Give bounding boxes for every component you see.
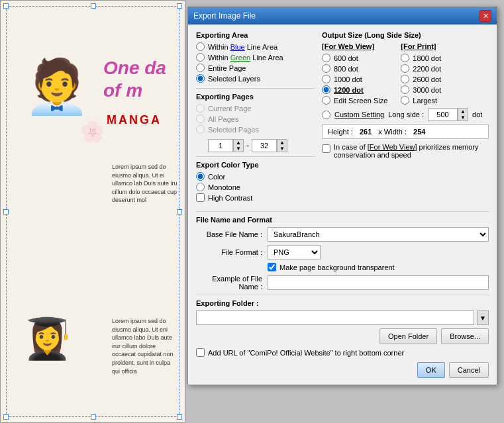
page-range-separator: - (246, 141, 249, 150)
page-from-up[interactable]: ▲ (234, 140, 243, 146)
radio-2200dot[interactable]: 2200 dot (401, 64, 441, 73)
blue-label: Blue (230, 43, 245, 51)
base-file-label: Base File Name : (196, 230, 262, 238)
radio-high-contrast[interactable]: High Contrast (196, 193, 315, 202)
handle-bl[interactable] (3, 414, 9, 420)
folder-buttons: Open Folder Browse... (196, 328, 489, 344)
dialog-titlebar: Export Image File ✕ (188, 7, 497, 24)
folder-label: Exporting Folder : (196, 299, 489, 307)
manga-label: MANGA (107, 113, 162, 127)
file-format-dropdown[interactable]: PNG JPEG BMP TIFF (268, 245, 321, 259)
radio-1800dot[interactable]: 1800 dot (401, 54, 441, 62)
radio-1200dot[interactable]: 1200 dot (322, 85, 387, 94)
page-to-up[interactable]: ▲ (277, 140, 287, 146)
base-file-dropdown[interactable]: SakuraBranch (268, 227, 489, 242)
long-side-down[interactable]: ▼ (458, 115, 468, 120)
green-label: Green (230, 54, 251, 62)
example-label: Example of File Name : (196, 275, 262, 291)
file-format-label: File Format : (196, 248, 262, 256)
output-size-columns: [For Web View] 600 dot 800 dot 1000 dot (322, 42, 489, 105)
memory-label: In case of [For Web View] prioritizes me… (334, 143, 489, 159)
bottom-buttons: OK Cancel (196, 362, 489, 378)
manga-background: 🧑‍💼 One daof m MANGA Lorem ipsum sed do … (0, 0, 185, 423)
transparent-checkbox[interactable] (268, 263, 276, 271)
folder-path-row: E:\OneMangaDay\site\ ▼ (196, 310, 489, 325)
x-label: x Width : (378, 128, 407, 136)
radio-entire-page[interactable]: Entire Page (196, 64, 315, 72)
radio-selected-pages[interactable]: Selected Pages (196, 125, 315, 134)
page-to-input[interactable] (252, 139, 277, 152)
export-color-title: Export Color Type (196, 161, 315, 169)
folder-dropdown-btn[interactable]: ▼ (477, 310, 489, 325)
page-from-input[interactable] (208, 139, 233, 152)
right-column: Output Size (Long Side Size) [For Web Vi… (322, 31, 489, 207)
handle-tr[interactable] (177, 3, 182, 9)
memory-info: In case of [For Web View] prioritizes me… (322, 143, 489, 159)
base-file-name-row: Base File Name : SakuraBranch (196, 227, 489, 242)
file-format-row: File Format : PNG JPEG BMP TIFF (196, 245, 489, 259)
width-value: 254 (409, 128, 429, 136)
url-checkbox[interactable] (196, 348, 205, 357)
print-column: [For Print] 1800 dot 2200 dot 2600 dot (401, 42, 441, 105)
export-color-group: Color Monotone High Contrast (196, 172, 315, 202)
height-label: Height : (328, 128, 353, 136)
exporting-area-group: Within Blue Line Area Within Green Line … (196, 42, 315, 83)
radio-current-page[interactable]: Current Page (196, 104, 315, 113)
sakura-decoration: 🌸 (80, 120, 105, 143)
exporting-pages-group: Current Page All Pages Selected Pages (196, 104, 315, 134)
long-side-spinner[interactable]: ▲ ▼ (428, 108, 468, 121)
height-value: 261 (356, 128, 376, 136)
radio-custom[interactable] (322, 111, 330, 119)
radio-3000dot[interactable]: 3000 dot (401, 85, 441, 94)
close-button[interactable]: ✕ (479, 10, 491, 22)
dialog-title: Export Image File (193, 11, 256, 21)
page-to-down[interactable]: ▼ (277, 146, 287, 152)
radio-largest[interactable]: Largest (401, 96, 441, 105)
output-size-title: Output Size (Long Side Size) (322, 31, 489, 39)
url-label: Add URL of "ComiPo! Official Website" to… (208, 349, 404, 357)
example-input[interactable]: SakuraBranch.png (268, 275, 489, 290)
radio-selected-layers[interactable]: Selected Layers (196, 74, 315, 83)
handle-bm[interactable] (91, 414, 96, 420)
radio-green-line[interactable]: Within Green Line Area (196, 53, 315, 62)
long-side-up[interactable]: ▲ (458, 109, 468, 115)
dimensions-row: Height : 261 x Width : 254 (322, 124, 489, 139)
web-view-title: [For Web View] (322, 42, 387, 50)
radio-monotone[interactable]: Monotone (196, 183, 315, 191)
browse-button[interactable]: Browse... (441, 328, 489, 344)
page-from-spinner[interactable]: ▲ ▼ (208, 139, 244, 152)
ok-button[interactable]: OK (417, 362, 445, 378)
file-name-section: File Name and Format Base File Name : Sa… (196, 216, 489, 291)
radio-1000dot[interactable]: 1000 dot (322, 75, 387, 83)
handle-br[interactable] (177, 414, 182, 420)
folder-path-input[interactable]: E:\OneMangaDay\site\ (196, 310, 474, 325)
page-to-spinner[interactable]: ▲ ▼ (252, 139, 287, 152)
url-checkbox-row: Add URL of "ComiPo! Official Website" to… (196, 348, 489, 357)
radio-2600dot[interactable]: 2600 dot (401, 75, 441, 83)
long-side-label: Long side : (388, 111, 424, 118)
memory-checkbox[interactable] (322, 144, 330, 153)
dot-label: dot (472, 111, 482, 118)
radio-all-pages[interactable]: All Pages (196, 115, 315, 123)
manga-text-2: Lorem ipsum sed do eiusmo aliqua. Ut eni… (112, 317, 178, 375)
transparent-label: Make page background transparent (279, 263, 395, 271)
radio-edit-screen[interactable]: Edit Screen Size (322, 96, 387, 105)
radio-800dot[interactable]: 800 dot (322, 64, 387, 73)
cancel-button[interactable]: Cancel (449, 362, 489, 378)
handle-mr[interactable] (177, 209, 182, 214)
handle-tm[interactable] (91, 3, 96, 9)
page-range: ▲ ▼ - ▲ ▼ (208, 139, 315, 152)
main-columns: Exporting Area Within Blue Line Area Wit… (196, 31, 489, 207)
radio-blue-line[interactable]: Within Blue Line Area (196, 42, 315, 51)
left-column: Exporting Area Within Blue Line Area Wit… (196, 31, 315, 207)
handle-tl[interactable] (3, 3, 9, 9)
radio-color[interactable]: Color (196, 172, 315, 181)
manga-title: One daof m (103, 57, 166, 101)
transparent-row: Make page background transparent (268, 263, 489, 271)
manga-text-1: Lorem ipsum sed do eiusmo aliqua. Ut ei … (112, 163, 178, 205)
page-from-down[interactable]: ▼ (234, 146, 243, 152)
open-folder-button[interactable]: Open Folder (379, 328, 437, 344)
long-side-input[interactable] (428, 108, 458, 121)
handle-ml[interactable] (3, 209, 9, 214)
radio-600dot[interactable]: 600 dot (322, 54, 387, 62)
